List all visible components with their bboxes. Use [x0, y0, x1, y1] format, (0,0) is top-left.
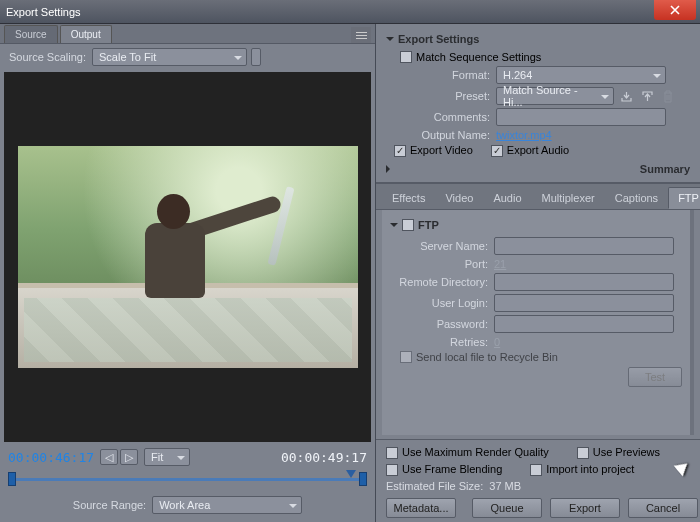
retries-value[interactable]: 0 [494, 336, 500, 348]
server-name-label: Server Name: [384, 240, 494, 252]
port-value[interactable]: 21 [494, 258, 506, 270]
panel-menu-button[interactable] [351, 27, 371, 43]
playhead-icon[interactable] [346, 470, 356, 486]
ftp-panel: FTP Server Name: Port:21 Remote Director… [382, 210, 694, 435]
frame-blend-label: Use Frame Blending [402, 463, 502, 475]
import-preset-icon[interactable] [638, 88, 656, 104]
menu-icon [356, 35, 367, 36]
ftp-enable-checkbox[interactable] [402, 219, 414, 231]
in-point-handle[interactable] [8, 472, 16, 486]
max-quality-checkbox[interactable] [386, 447, 398, 459]
source-scaling-dropdown[interactable]: Scale To Fit [92, 48, 247, 66]
remote-dir-label: Remote Directory: [384, 276, 494, 288]
source-range-label: Source Range: [73, 499, 152, 511]
settings-tabs: Effects Video Audio Multiplexer Captions… [376, 183, 700, 210]
queue-button[interactable]: Queue [472, 498, 542, 518]
transport-row: 00:00:46:17 ◁ ▷ Fit 00:00:49:17 [0, 444, 375, 468]
disclosure-down-icon [386, 37, 394, 45]
match-sequence-label: Match Sequence Settings [416, 51, 541, 63]
port-label: Port: [384, 258, 494, 270]
crop-field[interactable] [251, 48, 261, 66]
tab-video[interactable]: Video [435, 187, 483, 209]
close-button[interactable] [654, 0, 696, 20]
recycle-checkbox [400, 351, 412, 363]
recycle-label: Send local file to Recycle Bin [416, 351, 558, 363]
password-label: Password: [384, 318, 494, 330]
export-video-label: Export Video [410, 144, 473, 156]
frame-blend-checkbox[interactable] [386, 464, 398, 476]
right-panel: Export Settings Match Sequence Settings … [376, 24, 700, 522]
cursor-icon [676, 458, 692, 478]
metadata-button[interactable]: Metadata... [386, 498, 456, 518]
export-settings-header[interactable]: Export Settings [386, 30, 690, 48]
zoom-fit-dropdown[interactable]: Fit [144, 448, 190, 466]
format-dropdown[interactable]: H.264 [496, 66, 666, 84]
export-audio-checkbox[interactable] [491, 145, 503, 157]
timeline[interactable] [8, 470, 367, 488]
scrollbar[interactable] [690, 210, 694, 435]
source-range-dropdown[interactable]: Work Area [152, 496, 302, 514]
left-panel: Source Output Source Scaling: Scale To F… [0, 24, 376, 522]
title-bar: Export Settings [0, 0, 700, 24]
summary-header[interactable]: Summary [386, 160, 690, 178]
est-size-label: Estimated File Size: [386, 480, 483, 492]
max-quality-label: Use Maximum Render Quality [402, 446, 549, 458]
server-name-input[interactable] [494, 237, 674, 255]
preset-label: Preset: [386, 90, 496, 102]
comments-label: Comments: [386, 111, 496, 123]
est-size-value: 37 MB [489, 480, 521, 492]
out-point-handle[interactable] [359, 472, 367, 486]
comments-input[interactable] [496, 108, 666, 126]
user-login-input[interactable] [494, 294, 674, 312]
use-previews-label: Use Previews [593, 446, 660, 458]
output-name-link[interactable]: twixtor.mp4 [496, 129, 552, 141]
tab-source[interactable]: Source [4, 25, 58, 43]
preset-dropdown[interactable]: Match Source - Hi... [496, 87, 614, 105]
source-scaling-label: Source Scaling: [6, 51, 92, 63]
use-previews-checkbox[interactable] [577, 447, 589, 459]
close-icon [670, 5, 680, 15]
test-button[interactable]: Test [628, 367, 682, 387]
out-timecode: 00:00:49:17 [281, 450, 367, 465]
preview-image [18, 146, 358, 368]
ftp-header[interactable]: FTP [384, 216, 692, 234]
tab-ftp[interactable]: FTP [668, 187, 700, 209]
left-tabs: Source Output [0, 24, 375, 44]
disclosure-down-icon [390, 223, 398, 231]
tab-effects[interactable]: Effects [382, 187, 435, 209]
timeline-track [8, 478, 367, 481]
remote-dir-input[interactable] [494, 273, 674, 291]
format-label: Format: [386, 69, 496, 81]
match-sequence-checkbox[interactable] [400, 51, 412, 63]
output-name-label: Output Name: [386, 129, 496, 141]
next-frame-button[interactable]: ▷ [120, 449, 138, 465]
prev-frame-button[interactable]: ◁ [100, 449, 118, 465]
tab-captions[interactable]: Captions [605, 187, 668, 209]
delete-preset-icon[interactable] [659, 88, 677, 104]
in-timecode[interactable]: 00:00:46:17 [8, 450, 94, 465]
user-login-label: User Login: [384, 297, 494, 309]
cancel-button[interactable]: Cancel [628, 498, 698, 518]
export-video-checkbox[interactable] [394, 145, 406, 157]
tab-multiplexer[interactable]: Multiplexer [532, 187, 605, 209]
preview-area[interactable] [4, 72, 371, 442]
retries-label: Retries: [384, 336, 494, 348]
import-project-label: Import into project [546, 463, 634, 475]
window-title: Export Settings [6, 6, 81, 18]
bottom-options: Use Maximum Render Quality Use Previews … [376, 439, 700, 522]
export-button[interactable]: Export [550, 498, 620, 518]
save-preset-icon[interactable] [617, 88, 635, 104]
tab-output[interactable]: Output [60, 25, 112, 43]
password-input[interactable] [494, 315, 674, 333]
disclosure-right-icon [386, 165, 636, 173]
import-project-checkbox[interactable] [530, 464, 542, 476]
tab-audio[interactable]: Audio [483, 187, 531, 209]
export-audio-label: Export Audio [507, 144, 569, 156]
